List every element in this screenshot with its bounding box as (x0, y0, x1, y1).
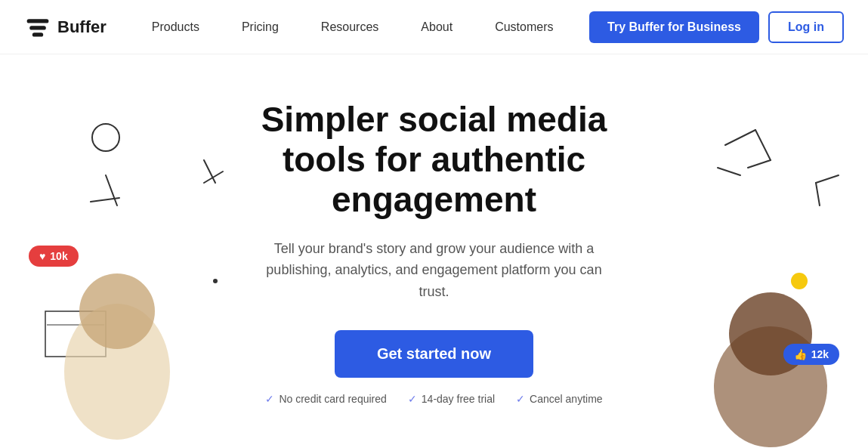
login-button[interactable]: Log in (768, 11, 844, 43)
svg-line-5 (204, 160, 215, 183)
check-label-1: No credit card required (279, 393, 386, 405)
svg-line-14 (816, 183, 820, 205)
yellow-dot-decoration (791, 273, 808, 289)
navigation: Buffer Products Pricing Resources About … (0, 0, 868, 54)
svg-line-13 (816, 175, 839, 183)
like-icon-left: ♥ (39, 250, 45, 262)
svg-point-17 (64, 304, 170, 440)
svg-point-8 (213, 279, 218, 283)
like-badge-left: ♥ 10k (29, 246, 79, 267)
svg-point-7 (92, 124, 119, 151)
nav-about[interactable]: About (400, 20, 474, 34)
svg-line-3 (106, 175, 117, 205)
svg-line-11 (748, 160, 771, 168)
hero-section: Simpler social media tools for authentic… (0, 54, 868, 448)
svg-line-12 (718, 168, 740, 175)
hero-subtitle: Tell your brand's story and grow your au… (253, 238, 616, 303)
svg-line-6 (204, 171, 223, 183)
check-icon-1: ✓ (265, 393, 274, 405)
nav-products[interactable]: Products (131, 20, 221, 34)
like-icon-right: 👍 (794, 348, 807, 360)
logo-text: Buffer (57, 17, 107, 37)
svg-line-9 (725, 130, 755, 145)
check-free-trial: ✓ 14-day free trial (408, 393, 495, 405)
check-cancel-anytime: ✓ Cancel anytime (516, 393, 603, 405)
hero-title: Simpler social media tools for authentic… (223, 100, 646, 220)
nav-resources[interactable]: Resources (300, 20, 400, 34)
like-count-right: 12k (811, 348, 829, 360)
logo-link[interactable]: Buffer (24, 14, 107, 41)
hero-checks: ✓ No credit card required ✓ 14-day free … (265, 393, 602, 405)
nav-customers[interactable]: Customers (474, 20, 574, 34)
svg-line-4 (91, 198, 119, 202)
nav-links: Products Pricing Resources About Custome… (131, 20, 589, 34)
nav-actions: Try Buffer for Business Log in (589, 11, 844, 43)
get-started-button[interactable]: Get started now (335, 330, 533, 378)
like-badge-right: 👍 12k (783, 344, 839, 365)
svg-rect-2 (32, 32, 43, 36)
nav-pricing[interactable]: Pricing (221, 20, 300, 34)
like-count-left: 10k (50, 250, 67, 262)
svg-rect-0 (27, 19, 49, 23)
check-label-2: 14-day free trial (422, 393, 495, 405)
check-icon-3: ✓ (516, 393, 525, 405)
buffer-logo-icon (24, 14, 51, 41)
svg-rect-1 (29, 26, 46, 29)
check-label-3: Cancel anytime (530, 393, 603, 405)
svg-line-10 (755, 130, 771, 160)
try-buffer-button[interactable]: Try Buffer for Business (589, 11, 759, 43)
check-icon-2: ✓ (408, 393, 417, 405)
svg-point-18 (79, 273, 155, 349)
check-no-credit-card: ✓ No credit card required (265, 393, 386, 405)
svg-rect-15 (45, 311, 106, 357)
